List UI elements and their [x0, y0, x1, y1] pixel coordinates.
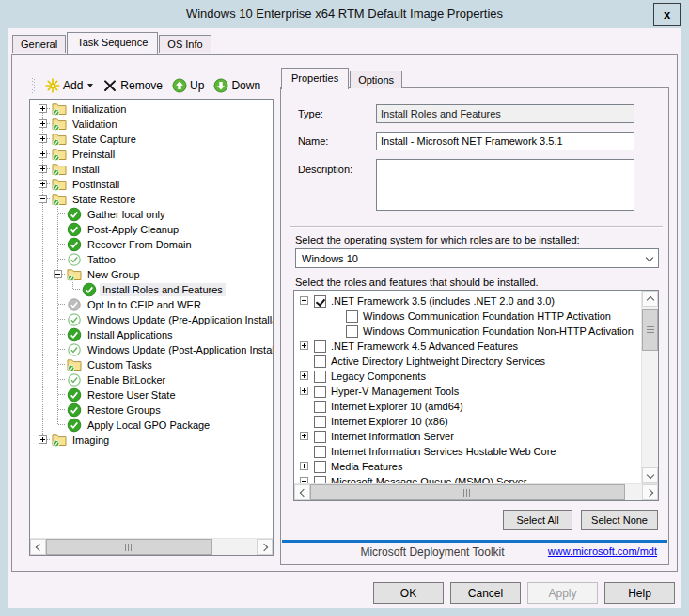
checkbox-unchecked[interactable]	[314, 416, 326, 428]
role-item[interactable]: Internet Information Server	[298, 429, 641, 444]
scroll-track[interactable]	[46, 539, 257, 555]
move-up-button[interactable]: Up	[169, 76, 207, 95]
name-field[interactable]	[376, 132, 634, 150]
scroll-track[interactable]	[642, 307, 658, 467]
tree-item[interactable]: Opt In to CEIP and WER	[36, 297, 273, 312]
tree-item[interactable]: Tattoo	[36, 252, 273, 267]
checkbox-unchecked[interactable]	[314, 431, 326, 443]
role-item[interactable]: Legacy Components	[298, 369, 641, 384]
expand-icon[interactable]	[300, 387, 308, 395]
help-button[interactable]: Help	[604, 582, 675, 604]
checkbox-checked[interactable]	[314, 295, 326, 308]
roles-horizontal-scrollbar[interactable]	[294, 483, 658, 500]
mdt-link[interactable]: www.microsoft.com/mdt	[548, 545, 657, 557]
select-none-button[interactable]: Select None	[581, 510, 658, 530]
os-dropdown[interactable]: Windows 10	[295, 248, 659, 268]
expand-icon[interactable]	[300, 371, 308, 380]
tree-item[interactable]: Apply Local GPO Package	[36, 418, 273, 433]
tree-item[interactable]: Postinstall	[36, 177, 273, 192]
expand-icon[interactable]	[39, 104, 47, 113]
tree-horizontal-scrollbar[interactable]	[30, 538, 273, 555]
tree-item[interactable]: Gather local only	[36, 207, 273, 222]
role-item[interactable]: .NET Framework 4.5 Advanced Features	[298, 339, 641, 354]
tree-item[interactable]: Windows Update (Pre-Application Installa…	[36, 312, 273, 327]
checkbox-unchecked[interactable]	[346, 310, 358, 323]
scroll-left-button[interactable]	[294, 484, 310, 500]
add-dropdown-caret-icon[interactable]	[87, 84, 93, 87]
ok-button[interactable]: OK	[373, 582, 444, 604]
tree-item[interactable]: Enable BitLocker	[36, 372, 273, 387]
expand-icon[interactable]	[39, 165, 47, 173]
tree-item[interactable]: Restore Groups	[36, 403, 273, 418]
tree-item[interactable]: Recover From Domain	[36, 237, 273, 252]
tree-item[interactable]: Windows Update (Post-Application Install…	[36, 342, 273, 357]
role-item[interactable]: Media Features	[298, 459, 641, 474]
role-item[interactable]: Windows Communication Foundation Non-HTT…	[298, 324, 641, 339]
tree-item[interactable]: Validation	[36, 117, 273, 132]
checkbox-unchecked[interactable]	[314, 461, 326, 473]
scroll-thumb[interactable]	[46, 539, 212, 555]
roles-vertical-scrollbar[interactable]	[641, 291, 658, 483]
role-item[interactable]: .NET Framework 3.5 (includes .NET 2.0 an…	[298, 293, 641, 308]
tree-item[interactable]: Restore User State	[36, 387, 273, 403]
tree-item[interactable]: Custom Tasks	[36, 357, 273, 372]
checkbox-unchecked[interactable]	[314, 401, 326, 413]
tree-item[interactable]: Install Roles and Features	[36, 282, 273, 297]
collapse-icon[interactable]	[39, 195, 47, 203]
tree-item[interactable]: Install	[36, 162, 273, 177]
tree-item[interactable]: Preinstall	[36, 147, 273, 162]
checkbox-unchecked[interactable]	[314, 355, 326, 368]
expand-icon[interactable]	[39, 435, 47, 444]
expand-icon[interactable]	[300, 462, 308, 470]
tab-options[interactable]: Options	[350, 71, 402, 88]
select-all-button[interactable]: Select All	[503, 510, 572, 530]
role-item[interactable]: Hyper-V Management Tools	[298, 384, 641, 399]
checkbox-unchecked[interactable]	[346, 325, 358, 338]
collapse-icon[interactable]	[54, 270, 62, 278]
scroll-right-button[interactable]	[642, 484, 658, 500]
collapse-icon[interactable]	[300, 477, 308, 483]
scroll-down-button[interactable]	[642, 467, 658, 483]
checkbox-unchecked[interactable]	[314, 476, 326, 484]
tree-item[interactable]: New Group	[36, 267, 273, 282]
role-item[interactable]: Microsoft Message Queue (MSMQ) Server	[298, 474, 641, 483]
tab-general[interactable]: General	[12, 35, 66, 53]
role-item[interactable]: Active Directory Lightweight Directory S…	[298, 354, 641, 369]
scroll-right-button[interactable]	[257, 539, 273, 555]
tree-item[interactable]: Imaging	[36, 433, 273, 448]
tree-item[interactable]: Install Applications	[36, 327, 273, 342]
expand-icon[interactable]	[39, 134, 47, 143]
checkbox-unchecked[interactable]	[314, 446, 326, 458]
titlebar[interactable]: Windows 10 Enterprise x64 RTM Default Im…	[0, 0, 689, 28]
role-item[interactable]: Internet Explorer 10 (amd64)	[298, 399, 641, 414]
scroll-thumb[interactable]	[642, 309, 658, 351]
scroll-thumb[interactable]	[310, 484, 625, 500]
cancel-button[interactable]: Cancel	[450, 582, 521, 604]
scroll-left-button[interactable]	[30, 539, 46, 555]
scroll-up-button[interactable]	[642, 291, 658, 307]
move-down-button[interactable]: Down	[211, 76, 263, 95]
tab-os-info[interactable]: OS Info	[159, 35, 211, 53]
checkbox-unchecked[interactable]	[314, 371, 326, 383]
checkbox-unchecked[interactable]	[314, 386, 326, 398]
tab-properties[interactable]: Properties	[281, 68, 349, 89]
expand-icon[interactable]	[39, 119, 47, 128]
toolbar-grip[interactable]	[32, 78, 35, 93]
role-item[interactable]: Windows Communication Foundation HTTP Ac…	[298, 308, 641, 324]
expand-icon[interactable]	[300, 341, 308, 350]
scroll-track[interactable]	[310, 484, 642, 500]
add-button[interactable]: Add	[42, 76, 96, 95]
tree-item[interactable]: State Restore	[36, 192, 273, 207]
expand-icon[interactable]	[39, 150, 47, 158]
remove-button[interactable]: Remove	[100, 76, 165, 95]
tree-item[interactable]: State Capture	[36, 132, 273, 147]
tab-task-sequence[interactable]: Task Sequence	[67, 32, 158, 54]
expand-icon[interactable]	[39, 180, 47, 188]
tree-item[interactable]: Initialization	[36, 102, 273, 117]
description-field[interactable]	[376, 159, 634, 211]
role-item[interactable]: Internet Explorer 10 (x86)	[298, 414, 641, 429]
role-item[interactable]: Internet Information Services Hostable W…	[298, 444, 641, 459]
expand-icon[interactable]	[300, 432, 308, 440]
collapse-icon[interactable]	[300, 296, 308, 305]
tree-item[interactable]: Post-Apply Cleanup	[36, 222, 273, 237]
